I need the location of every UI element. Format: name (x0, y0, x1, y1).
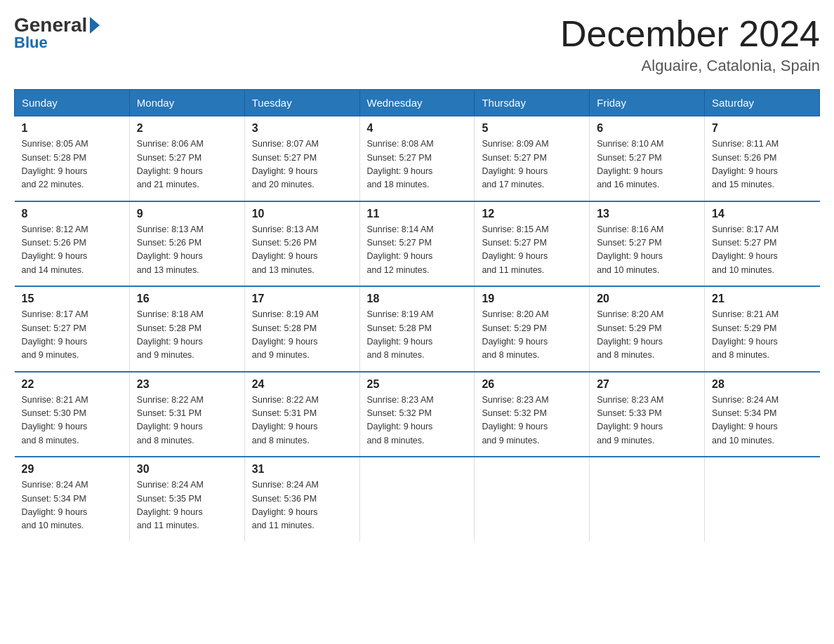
day-number: 17 (252, 293, 352, 305)
day-number: 13 (597, 208, 697, 220)
day-info: Sunrise: 8:24 AM Sunset: 5:35 PM Dayligh… (137, 478, 237, 533)
table-row: 19Sunrise: 8:20 AM Sunset: 5:29 PM Dayli… (475, 286, 590, 372)
day-number: 2 (137, 122, 237, 135)
table-row: 23Sunrise: 8:22 AM Sunset: 5:31 PM Dayli… (129, 372, 244, 457)
day-number: 24 (252, 378, 352, 391)
day-info: Sunrise: 8:18 AM Sunset: 5:28 PM Dayligh… (137, 308, 237, 363)
day-number: 25 (367, 378, 468, 391)
day-info: Sunrise: 8:21 AM Sunset: 5:29 PM Dayligh… (712, 308, 812, 363)
day-info: Sunrise: 8:20 AM Sunset: 5:29 PM Dayligh… (597, 308, 697, 363)
day-info: Sunrise: 8:22 AM Sunset: 5:31 PM Dayligh… (252, 394, 352, 448)
day-number: 14 (712, 208, 812, 220)
logo-blue-text: Blue (14, 34, 48, 52)
day-number: 19 (482, 293, 582, 305)
day-info: Sunrise: 8:13 AM Sunset: 5:26 PM Dayligh… (252, 223, 352, 278)
day-info: Sunrise: 8:16 AM Sunset: 5:27 PM Dayligh… (597, 223, 697, 278)
day-info: Sunrise: 8:05 AM Sunset: 5:28 PM Dayligh… (22, 137, 122, 192)
table-row: 4Sunrise: 8:08 AM Sunset: 5:27 PM Daylig… (359, 116, 475, 201)
table-row: 15Sunrise: 8:17 AM Sunset: 5:27 PM Dayli… (15, 286, 130, 372)
table-row: 6Sunrise: 8:10 AM Sunset: 5:27 PM Daylig… (590, 116, 705, 201)
table-row (705, 457, 820, 542)
table-row: 14Sunrise: 8:17 AM Sunset: 5:27 PM Dayli… (705, 201, 820, 287)
col-header-saturday: Saturday (705, 90, 820, 116)
calendar-week-row: 15Sunrise: 8:17 AM Sunset: 5:27 PM Dayli… (15, 286, 820, 372)
day-number: 8 (22, 208, 122, 220)
day-number: 31 (252, 463, 352, 476)
day-info: Sunrise: 8:08 AM Sunset: 5:27 PM Dayligh… (367, 137, 468, 192)
day-number: 30 (137, 463, 237, 476)
table-row: 28Sunrise: 8:24 AM Sunset: 5:34 PM Dayli… (705, 372, 820, 457)
month-title: December 2024 (560, 14, 820, 54)
day-info: Sunrise: 8:19 AM Sunset: 5:28 PM Dayligh… (367, 308, 468, 363)
table-row: 7Sunrise: 8:11 AM Sunset: 5:26 PM Daylig… (705, 116, 820, 201)
table-row (359, 457, 475, 542)
table-row: 21Sunrise: 8:21 AM Sunset: 5:29 PM Dayli… (705, 286, 820, 372)
table-row (590, 457, 705, 542)
table-row: 25Sunrise: 8:23 AM Sunset: 5:32 PM Dayli… (359, 372, 475, 457)
logo-arrow-icon (90, 17, 100, 34)
day-number: 3 (252, 122, 352, 135)
day-info: Sunrise: 8:24 AM Sunset: 5:34 PM Dayligh… (712, 394, 812, 448)
table-row: 5Sunrise: 8:09 AM Sunset: 5:27 PM Daylig… (475, 116, 590, 201)
table-row: 3Sunrise: 8:07 AM Sunset: 5:27 PM Daylig… (244, 116, 359, 201)
day-number: 9 (137, 208, 237, 220)
table-row: 24Sunrise: 8:22 AM Sunset: 5:31 PM Dayli… (244, 372, 359, 457)
day-number: 1 (22, 122, 122, 135)
table-row: 9Sunrise: 8:13 AM Sunset: 5:26 PM Daylig… (129, 201, 244, 287)
day-number: 6 (597, 122, 697, 135)
table-row: 30Sunrise: 8:24 AM Sunset: 5:35 PM Dayli… (129, 457, 244, 542)
calendar-week-row: 22Sunrise: 8:21 AM Sunset: 5:30 PM Dayli… (15, 372, 820, 457)
day-number: 28 (712, 378, 812, 391)
col-header-sunday: Sunday (15, 90, 130, 116)
day-number: 27 (597, 378, 697, 391)
day-number: 22 (22, 378, 122, 391)
col-header-friday: Friday (590, 90, 705, 116)
day-number: 7 (712, 122, 812, 135)
logo: General Blue (14, 14, 100, 52)
day-number: 18 (367, 293, 468, 305)
table-row: 16Sunrise: 8:18 AM Sunset: 5:28 PM Dayli… (129, 286, 244, 372)
day-info: Sunrise: 8:11 AM Sunset: 5:26 PM Dayligh… (712, 137, 812, 192)
day-number: 29 (22, 463, 122, 476)
day-info: Sunrise: 8:19 AM Sunset: 5:28 PM Dayligh… (252, 308, 352, 363)
table-row: 11Sunrise: 8:14 AM Sunset: 5:27 PM Dayli… (359, 201, 475, 287)
calendar-week-row: 1Sunrise: 8:05 AM Sunset: 5:28 PM Daylig… (15, 116, 820, 201)
day-info: Sunrise: 8:06 AM Sunset: 5:27 PM Dayligh… (137, 137, 237, 192)
day-info: Sunrise: 8:15 AM Sunset: 5:27 PM Dayligh… (482, 223, 582, 278)
day-number: 21 (712, 293, 812, 305)
calendar-week-row: 8Sunrise: 8:12 AM Sunset: 5:26 PM Daylig… (15, 201, 820, 287)
day-info: Sunrise: 8:22 AM Sunset: 5:31 PM Dayligh… (137, 394, 237, 448)
day-number: 11 (367, 208, 468, 220)
col-header-thursday: Thursday (475, 90, 590, 116)
table-row: 13Sunrise: 8:16 AM Sunset: 5:27 PM Dayli… (590, 201, 705, 287)
day-info: Sunrise: 8:23 AM Sunset: 5:33 PM Dayligh… (597, 394, 697, 448)
day-info: Sunrise: 8:10 AM Sunset: 5:27 PM Dayligh… (597, 137, 697, 192)
day-number: 5 (482, 122, 582, 135)
day-info: Sunrise: 8:14 AM Sunset: 5:27 PM Dayligh… (367, 223, 468, 278)
table-row: 1Sunrise: 8:05 AM Sunset: 5:28 PM Daylig… (15, 116, 130, 201)
day-number: 15 (22, 293, 122, 305)
table-row: 29Sunrise: 8:24 AM Sunset: 5:34 PM Dayli… (15, 457, 130, 542)
day-info: Sunrise: 8:07 AM Sunset: 5:27 PM Dayligh… (252, 137, 352, 192)
table-row: 31Sunrise: 8:24 AM Sunset: 5:36 PM Dayli… (244, 457, 359, 542)
day-number: 4 (367, 122, 468, 135)
day-number: 20 (597, 293, 697, 305)
location: Alguaire, Catalonia, Spain (560, 57, 820, 75)
title-area: December 2024 Alguaire, Catalonia, Spain (560, 14, 820, 75)
table-row: 22Sunrise: 8:21 AM Sunset: 5:30 PM Dayli… (15, 372, 130, 457)
day-number: 26 (482, 378, 582, 391)
table-row: 26Sunrise: 8:23 AM Sunset: 5:32 PM Dayli… (475, 372, 590, 457)
calendar-table: Sunday Monday Tuesday Wednesday Thursday… (14, 89, 820, 542)
table-row: 27Sunrise: 8:23 AM Sunset: 5:33 PM Dayli… (590, 372, 705, 457)
col-header-monday: Monday (129, 90, 244, 116)
calendar-header-row: Sunday Monday Tuesday Wednesday Thursday… (15, 90, 820, 116)
day-number: 12 (482, 208, 582, 220)
col-header-tuesday: Tuesday (244, 90, 359, 116)
day-info: Sunrise: 8:09 AM Sunset: 5:27 PM Dayligh… (482, 137, 582, 192)
calendar-week-row: 29Sunrise: 8:24 AM Sunset: 5:34 PM Dayli… (15, 457, 820, 542)
col-header-wednesday: Wednesday (359, 90, 475, 116)
day-info: Sunrise: 8:17 AM Sunset: 5:27 PM Dayligh… (22, 308, 122, 363)
day-info: Sunrise: 8:23 AM Sunset: 5:32 PM Dayligh… (367, 394, 468, 448)
day-info: Sunrise: 8:21 AM Sunset: 5:30 PM Dayligh… (22, 394, 122, 448)
day-info: Sunrise: 8:13 AM Sunset: 5:26 PM Dayligh… (137, 223, 237, 278)
